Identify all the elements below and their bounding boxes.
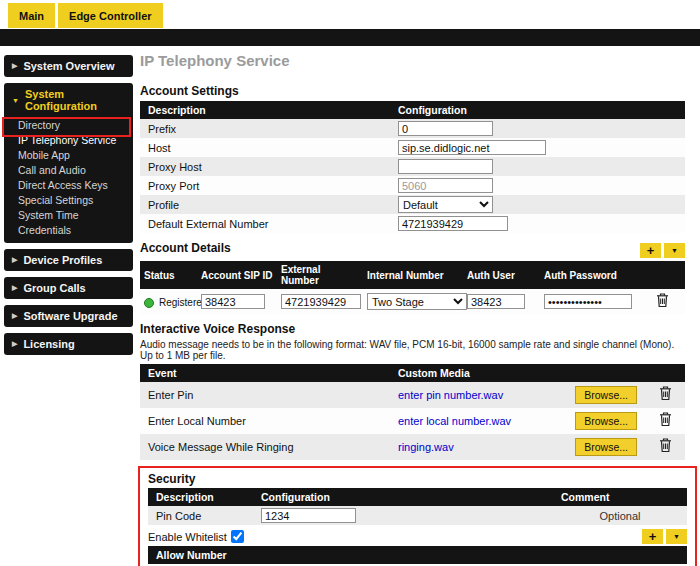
sidebar-item-directory[interactable]: Directory — [4, 118, 133, 133]
prefix-input[interactable] — [398, 121, 493, 136]
account-settings-table: Description Configuration Prefix Host Pr… — [140, 101, 685, 233]
chevron-down-icon: ▼ — [671, 247, 678, 254]
column-header: Configuration — [253, 488, 553, 506]
table-row: Host — [140, 138, 685, 157]
profile-select[interactable]: Default — [398, 196, 493, 213]
sidebar: ▶ System Overview ▼ System Configuration… — [4, 55, 133, 361]
column-header: Description — [140, 101, 390, 119]
browse-button[interactable]: Browse... — [575, 412, 637, 430]
trash-icon — [656, 293, 669, 308]
audio-file-link[interactable]: enter local number.wav — [398, 415, 511, 427]
sidebar-item-credentials[interactable]: Credentials — [4, 223, 133, 238]
audio-file-link[interactable]: ringing.wav — [398, 441, 454, 453]
delete-account-button[interactable] — [656, 293, 669, 311]
browse-button[interactable]: Browse... — [575, 438, 637, 456]
account-settings-title: Account Settings — [140, 84, 685, 98]
security-table: Description Configuration Comment Pin Co… — [148, 488, 687, 525]
delete-media-button[interactable] — [659, 438, 672, 456]
table-row: Proxy Host — [140, 157, 685, 176]
setting-label: Default External Number — [140, 214, 390, 233]
add-account-button[interactable]: + — [640, 243, 661, 258]
column-header: Configuration — [390, 101, 685, 119]
auth-password-input[interactable] — [544, 294, 632, 309]
table-row: Pin Code Optional — [148, 506, 687, 525]
main-content: IP Telephony Service Account Settings De… — [140, 52, 685, 566]
column-header: Account SIP ID — [197, 261, 277, 289]
delete-media-button[interactable] — [659, 386, 672, 404]
proxy-port-input[interactable] — [398, 178, 493, 193]
chevron-down-icon: ▼ — [12, 97, 19, 104]
sidebar-section-system-configuration: ▼ System Configuration Directory IP Tele… — [4, 83, 133, 243]
chevron-right-icon: ▶ — [12, 284, 17, 292]
sidebar-item-system-overview[interactable]: ▶ System Overview — [4, 55, 133, 77]
add-allow-number-button[interactable]: + — [642, 529, 663, 544]
ivr-format-note: Audio message needs to be in the followi… — [140, 339, 685, 361]
sidebar-item-licensing[interactable]: ▶ Licensing — [4, 333, 133, 355]
column-header: Internal Number — [363, 261, 463, 289]
ivr-table: Event Custom Media Enter Pin enter pin n… — [140, 364, 685, 460]
sidebar-item-call-and-audio[interactable]: Call and Audio — [4, 163, 133, 178]
enable-whitelist-checkbox[interactable] — [231, 530, 244, 543]
column-header-empty — [645, 364, 685, 382]
external-number-input[interactable] — [281, 294, 361, 309]
collapse-whitelist-button[interactable]: ▼ — [666, 529, 687, 544]
internal-number-select[interactable]: Two Stage — [367, 293, 467, 310]
tab-main[interactable]: Main — [8, 3, 55, 28]
sidebar-item-label: Software Upgrade — [23, 310, 117, 322]
allow-number-table: Allow Number — [148, 546, 687, 566]
account-row: Registered Two Stage — [140, 289, 685, 314]
table-row: Prefix — [140, 119, 685, 138]
sidebar-item-special-settings[interactable]: Special Settings — [4, 193, 133, 208]
setting-label: Proxy Port — [140, 176, 390, 195]
sidebar-item-system-time[interactable]: System Time — [4, 208, 133, 223]
security-title: Security — [148, 472, 687, 486]
system-configuration-submenu: Directory IP Telephony Service Mobile Ap… — [4, 117, 133, 243]
browse-button[interactable]: Browse... — [575, 386, 637, 404]
sidebar-item-ip-telephony-service[interactable]: IP Telephony Service — [4, 133, 133, 148]
account-details-table: Status Account SIP ID External Number In… — [140, 261, 685, 314]
account-sip-id-input[interactable] — [201, 294, 265, 309]
auth-user-input[interactable] — [467, 294, 525, 309]
setting-label: Host — [140, 138, 390, 157]
collapse-accounts-button[interactable]: ▼ — [664, 243, 685, 258]
sidebar-item-label: System Overview — [23, 60, 114, 72]
chevron-down-icon: ▼ — [673, 533, 680, 540]
top-tabs: Main Edge Controller — [8, 3, 163, 28]
delete-media-button[interactable] — [659, 412, 672, 430]
ivr-row: Enter Local Number enter local number.wa… — [140, 408, 685, 434]
column-header-empty — [647, 546, 687, 564]
pin-code-input[interactable] — [261, 508, 356, 523]
sidebar-item-mobile-app[interactable]: Mobile App — [4, 148, 133, 163]
column-header: Status — [140, 261, 197, 289]
default-external-number-input[interactable] — [398, 216, 508, 231]
ivr-row: Voice Message While Ringing ringing.wav … — [140, 434, 685, 460]
event-label: Voice Message While Ringing — [140, 434, 390, 460]
sidebar-item-direct-access-keys[interactable]: Direct Access Keys — [4, 178, 133, 193]
ivr-row: Enter Pin enter pin number.wav Browse... — [140, 382, 685, 408]
setting-label: Prefix — [140, 119, 390, 138]
page-title: IP Telephony Service — [140, 52, 685, 69]
column-header: Allow Number — [148, 546, 647, 564]
sidebar-item-system-configuration[interactable]: ▼ System Configuration — [4, 83, 133, 117]
proxy-host-input[interactable] — [398, 159, 493, 174]
setting-label: Pin Code — [148, 506, 253, 525]
trash-icon — [659, 412, 672, 427]
column-header: Auth User — [463, 261, 540, 289]
event-label: Enter Local Number — [140, 408, 390, 434]
tab-edge-controller[interactable]: Edge Controller — [58, 3, 163, 28]
audio-file-link[interactable]: enter pin number.wav — [398, 389, 503, 401]
host-input[interactable] — [398, 140, 546, 155]
security-section: Security Description Configuration Comme… — [138, 466, 697, 566]
sidebar-item-group-calls[interactable]: ▶ Group Calls — [4, 277, 133, 299]
column-header: Description — [148, 488, 253, 506]
sidebar-item-device-profiles[interactable]: ▶ Device Profiles — [4, 249, 133, 271]
sidebar-item-software-upgrade[interactable]: ▶ Software Upgrade — [4, 305, 133, 327]
chevron-right-icon: ▶ — [12, 340, 17, 348]
event-label: Enter Pin — [140, 382, 390, 408]
trash-icon — [659, 438, 672, 453]
plus-icon: + — [649, 530, 657, 543]
trash-icon — [659, 386, 672, 401]
sidebar-item-label: System Configuration — [25, 88, 125, 112]
setting-label: Profile — [140, 195, 390, 214]
chevron-right-icon: ▶ — [12, 312, 17, 320]
